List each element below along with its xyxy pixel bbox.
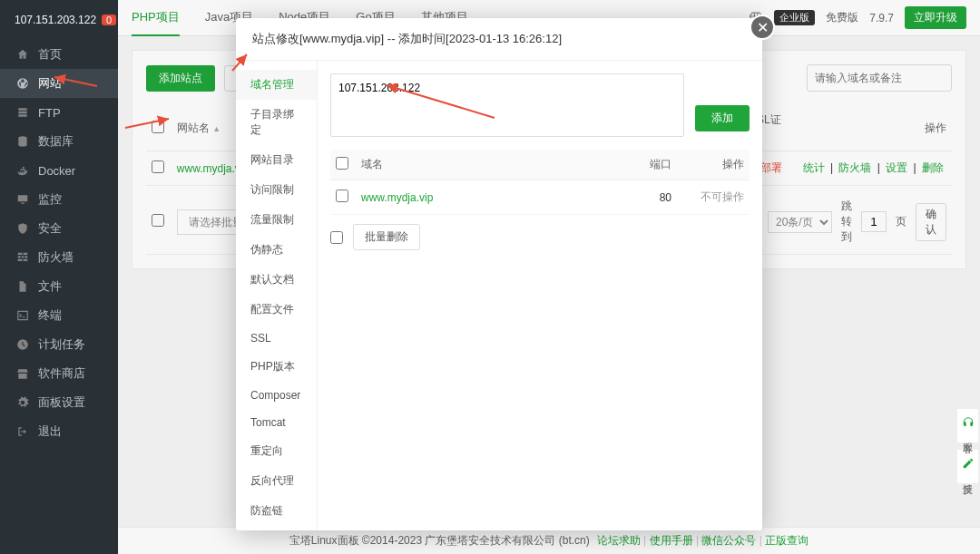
modal-nav-6[interactable]: 默认文档 — [236, 265, 317, 295]
modal-nav-3[interactable]: 访问限制 — [236, 175, 317, 205]
bulk-del-checkbox[interactable] — [330, 231, 343, 244]
modal-nav-15[interactable]: ♛防篡改 — [236, 526, 317, 530]
add-domain-button[interactable]: 添加 — [695, 105, 750, 131]
modal-content: 107.151.203.122 添加 域名 端口 操作 www.mydja.vi… — [318, 61, 762, 530]
modal-close-button[interactable]: ✕ — [750, 15, 775, 40]
modal-nav-5[interactable]: 伪静态 — [236, 235, 317, 265]
modal-nav-11[interactable]: Tomcat — [236, 409, 317, 436]
modal-nav-12[interactable]: 重定向 — [236, 436, 317, 466]
modal-nav-9[interactable]: PHP版本 — [236, 352, 317, 382]
modal-nav-13[interactable]: 反向代理 — [236, 466, 317, 496]
modal-nav-7[interactable]: 配置文件 — [236, 295, 317, 325]
side-float: 客服 反馈 — [956, 408, 980, 484]
domain-name[interactable]: www.mydja.vip — [361, 191, 433, 204]
domain-row: www.mydja.vip 80 不可操作 — [330, 180, 750, 215]
modal-nav: 域名管理子目录绑定网站目录访问限制流量限制伪静态默认文档配置文件SSLPHP版本… — [236, 61, 318, 530]
modal-nav-10[interactable]: Composer — [236, 382, 317, 409]
col-port: 端口 — [622, 150, 677, 180]
domain-port: 80 — [622, 180, 677, 215]
customer-service-button[interactable]: 客服 — [956, 408, 978, 443]
modal-title: 站点修改[www.mydja.vip] -- 添加时间[2023-01-13 1… — [236, 18, 762, 60]
modal-nav-1[interactable]: 子目录绑定 — [236, 100, 317, 145]
modal-nav-0[interactable]: 域名管理 — [236, 70, 317, 100]
site-edit-modal: ✕ 站点修改[www.mydja.vip] -- 添加时间[2023-01-13… — [236, 18, 762, 530]
headset-icon — [962, 416, 975, 429]
domain-row-checkbox[interactable] — [336, 190, 348, 202]
modal-nav-2[interactable]: 网站目录 — [236, 145, 317, 175]
domain-table: 域名 端口 操作 www.mydja.vip 80 不可操作 — [330, 150, 750, 215]
domain-select-all[interactable] — [336, 157, 348, 170]
domain-textarea[interactable]: 107.151.203.122 — [330, 73, 684, 137]
modal-nav-14[interactable]: 防盗链 — [236, 496, 317, 526]
bulk-delete-button[interactable]: 批量删除 — [353, 224, 420, 250]
modal-nav-8[interactable]: SSL — [236, 325, 317, 352]
modal-nav-4[interactable]: 流量限制 — [236, 205, 317, 235]
edit-icon — [962, 457, 975, 470]
feedback-button[interactable]: 反馈 — [956, 449, 978, 484]
col-domain-op: 操作 — [677, 150, 750, 180]
domain-op: 不可操作 — [701, 190, 744, 203]
col-domain: 域名 — [356, 150, 622, 180]
